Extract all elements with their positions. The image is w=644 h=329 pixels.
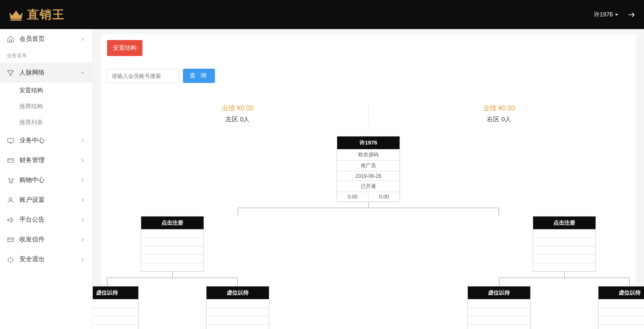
tree-root-node[interactable]: 许1976 欧皇源码 推广员 2019-06-26 已开通 0.00 0.00 xyxy=(337,136,400,202)
tree: 许1976 欧皇源码 推广员 2019-06-26 已开通 0.00 0.00 xyxy=(107,136,630,329)
node-name: 许1976 xyxy=(337,136,400,149)
power-icon xyxy=(7,256,14,263)
panel: 安置结构 查 询 业绩 ¥0.00 左区 0人 业绩 ¥0.00 右区 0人 许… xyxy=(101,34,636,329)
svg-point-4 xyxy=(9,198,12,200)
sidebar: 会员首页 业务菜单 人脉网络 安置结构 推荐结构 推荐列表 业务中心 财务管理 xyxy=(0,29,93,329)
megaphone-icon xyxy=(7,216,14,224)
chevron-right-icon xyxy=(80,138,86,144)
tree-vacant-node[interactable]: 虚位以待 xyxy=(598,286,644,329)
tree-vacant-node[interactable]: 虚位以待 xyxy=(93,286,139,329)
tree-level-2: 点击注册 虚位以待 xyxy=(93,216,644,329)
chevron-right-icon xyxy=(80,177,86,183)
sub-placement[interactable]: 安置结构 xyxy=(0,83,92,99)
node-status: 已开通 xyxy=(337,181,400,192)
username: 许1976 xyxy=(594,11,613,19)
perf-value-right: ¥0.00 xyxy=(498,104,515,112)
tree-vacant-node[interactable]: 虚位以待 xyxy=(206,286,269,329)
search-row: 查 询 xyxy=(107,69,630,83)
connector xyxy=(368,202,369,208)
trophy-icon xyxy=(7,69,14,77)
nav-section-title: 业务菜单 xyxy=(0,49,92,63)
nav-shop[interactable]: 购物中心 xyxy=(0,170,92,190)
stats-row: 业绩 ¥0.00 左区 0人 业绩 ¥0.00 右区 0人 xyxy=(107,104,630,123)
tree-register-node[interactable]: 点击注册 xyxy=(141,216,204,272)
stat-right: 业绩 ¥0.00 右区 0人 xyxy=(369,104,630,123)
nav-notice[interactable]: 平台公告 xyxy=(0,210,92,230)
chevron-right-icon xyxy=(80,158,86,163)
nav-finance[interactable]: 财务管理 xyxy=(0,150,92,170)
brand-text: 直销王 xyxy=(27,7,65,23)
zone-right: 右区 0人 xyxy=(369,115,630,123)
nav-logout[interactable]: 安全退出 xyxy=(0,249,92,269)
topbar-right: 许1976 xyxy=(594,11,636,19)
active-tab-tag[interactable]: 安置结构 xyxy=(107,40,142,56)
nav-account[interactable]: 账户设置 xyxy=(0,190,92,210)
user-icon xyxy=(7,196,14,204)
cart-icon xyxy=(7,177,14,184)
stat-left: 业绩 ¥0.00 左区 0人 xyxy=(107,104,369,123)
node-right-val: 0.00 xyxy=(369,194,400,200)
mail-icon xyxy=(7,236,14,243)
chevron-right-icon xyxy=(80,217,86,223)
tree-vacant-node[interactable]: 虚位以待 xyxy=(467,286,531,329)
nav-home[interactable]: 会员首页 xyxy=(0,29,92,49)
chevron-down-icon xyxy=(80,70,86,76)
sub-list[interactable]: 推荐列表 xyxy=(0,115,92,131)
chevron-right-icon xyxy=(80,197,86,203)
arrow-right-icon[interactable] xyxy=(627,11,636,19)
node-left-val: 0.00 xyxy=(337,194,369,200)
chevron-right-icon xyxy=(80,257,86,262)
topbar: 直销王 许1976 xyxy=(0,0,644,29)
svg-rect-0 xyxy=(8,138,13,142)
home-icon xyxy=(7,35,14,43)
perf-value-left: ¥0.00 xyxy=(237,104,254,112)
node-real: 欧皇源码 xyxy=(337,149,400,160)
search-button[interactable]: 查 询 xyxy=(183,69,215,83)
chevron-right-icon xyxy=(80,237,86,243)
perf-label-right: 业绩 xyxy=(483,104,496,112)
crown-icon xyxy=(8,9,24,21)
nav-mail[interactable]: 收发信件 xyxy=(0,230,92,249)
sub-recommend[interactable]: 推荐结构 xyxy=(0,99,92,115)
monitor-icon xyxy=(7,137,14,144)
node-date: 2019-06-26 xyxy=(337,171,400,181)
svg-point-3 xyxy=(12,182,13,183)
node-role: 推广员 xyxy=(337,160,400,171)
nav-network[interactable]: 人脉网络 xyxy=(0,63,92,83)
nav-biz-center[interactable]: 业务中心 xyxy=(0,131,92,150)
card-icon xyxy=(7,157,14,164)
logo: 直销王 xyxy=(8,7,65,23)
svg-rect-1 xyxy=(8,158,13,162)
tree-register-node[interactable]: 点击注册 xyxy=(533,216,596,272)
perf-label-left: 业绩 xyxy=(222,104,235,112)
zone-left: 左区 0人 xyxy=(107,115,368,123)
user-menu[interactable]: 许1976 xyxy=(594,11,619,19)
chevron-right-icon xyxy=(80,36,86,42)
svg-point-2 xyxy=(9,182,10,183)
caret-down-icon xyxy=(614,13,619,17)
search-input[interactable] xyxy=(107,69,180,83)
main-content: 安置结构 查 询 业绩 ¥0.00 左区 0人 业绩 ¥0.00 右区 0人 许… xyxy=(93,29,644,329)
